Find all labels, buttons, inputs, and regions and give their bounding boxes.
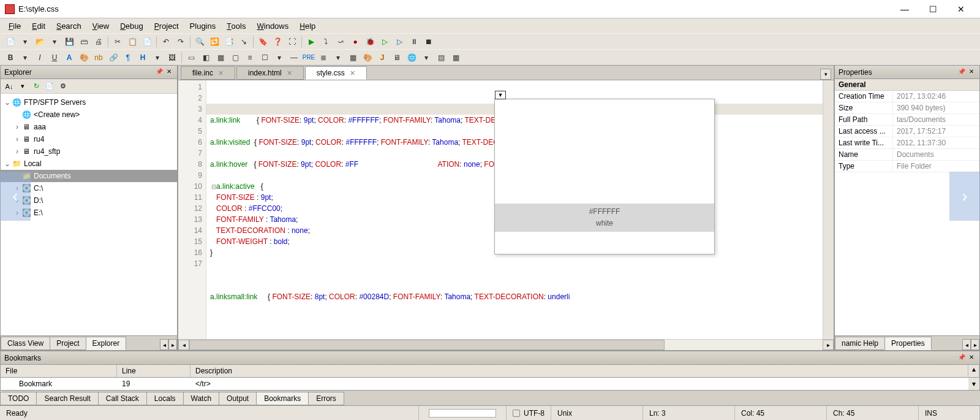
run-icon[interactable]: ▶: [304, 35, 318, 48]
menu-windows[interactable]: Windows: [252, 20, 293, 32]
tab-scroll-right-icon[interactable]: ▸: [168, 339, 177, 350]
align-left-icon[interactable]: ≡: [243, 51, 257, 64]
status-ch[interactable]: Ch: 45: [827, 406, 919, 420]
tree-item-aaa[interactable]: ›🖥aaa: [1, 121, 177, 133]
bottom-tab-output[interactable]: Output: [219, 392, 257, 405]
settings-icon[interactable]: ⚙: [57, 80, 69, 93]
help-icon[interactable]: ❓: [271, 35, 284, 48]
step-into-icon[interactable]: ⤵: [319, 35, 333, 48]
menu-file[interactable]: File: [4, 20, 26, 32]
sort-icon[interactable]: A↓: [3, 80, 15, 93]
color-picker-popup[interactable]: ▼ #FFFFFFwhite: [494, 99, 715, 254]
property-row[interactable]: TypeFile Folder: [835, 161, 979, 172]
menu-project[interactable]: Project: [149, 20, 184, 32]
close-panel-icon[interactable]: ✕: [967, 68, 976, 77]
heading-icon[interactable]: H: [136, 51, 149, 64]
refresh-icon[interactable]: ↻: [30, 80, 42, 93]
menu-search[interactable]: Search: [51, 20, 86, 32]
minimize-button[interactable]: —: [891, 0, 919, 18]
underline-icon[interactable]: U: [48, 51, 61, 64]
tab-list-dropdown-icon[interactable]: ▾: [820, 69, 831, 80]
bookmarks-row[interactable]: Bookmark 19 </tr> ▾: [1, 378, 979, 390]
cut-icon[interactable]: ✂: [111, 35, 124, 48]
copy-icon[interactable]: 📋: [126, 35, 139, 48]
span-icon[interactable]: ◧: [199, 51, 213, 64]
list-icon[interactable]: ≣: [317, 51, 330, 64]
tab-scroll-right-icon[interactable]: ▸: [971, 339, 979, 350]
browser-icon[interactable]: 🌐: [405, 51, 418, 64]
paste-icon[interactable]: 📄: [140, 35, 154, 48]
find-in-files-icon[interactable]: 📑: [222, 35, 236, 48]
tree-item-ru4-sftp[interactable]: ›🖥ru4_sftp: [1, 145, 177, 158]
property-row[interactable]: Full Pathtas/Documents: [835, 114, 979, 126]
status-eol[interactable]: Unix: [551, 406, 643, 420]
scroll-left-icon[interactable]: ◂: [178, 340, 189, 350]
new-dropdown-icon[interactable]: ▾: [18, 35, 32, 48]
pin-icon[interactable]: 📌: [155, 68, 164, 77]
col-line[interactable]: Line: [117, 365, 190, 377]
file-tab-0[interactable]: file.inc✕: [181, 66, 235, 80]
sync-icon[interactable]: 📄: [43, 80, 56, 93]
bookmark-icon[interactable]: 🔖: [256, 35, 270, 48]
carousel-prev-icon[interactable]: ‹: [0, 172, 31, 221]
pin-icon[interactable]: 📌: [957, 354, 966, 362]
bottom-tab-search-result[interactable]: Search Result: [36, 392, 98, 405]
nbsp-icon[interactable]: nb: [92, 51, 105, 64]
open-icon[interactable]: 📂: [33, 35, 47, 48]
list-dropdown-icon[interactable]: ▾: [331, 51, 345, 64]
table-icon[interactable]: ▦: [346, 51, 360, 64]
col-description[interactable]: Description: [190, 365, 968, 377]
browser-dropdown-icon[interactable]: ▾: [420, 51, 433, 64]
pre-icon[interactable]: PRE: [302, 51, 315, 64]
close-panel-icon[interactable]: ✕: [967, 354, 976, 362]
hr-icon[interactable]: —: [287, 51, 301, 64]
status-line[interactable]: Ln: 3: [643, 406, 735, 420]
vertical-scrollbar[interactable]: [823, 80, 834, 339]
fullscreen-icon[interactable]: ⛶: [285, 35, 299, 48]
stop-icon[interactable]: ⏹: [422, 35, 435, 48]
property-row[interactable]: Last access ...2017, 17:52:17: [835, 126, 979, 137]
bottom-tab-locals[interactable]: Locals: [146, 392, 184, 405]
goto-icon[interactable]: ↘: [237, 35, 251, 48]
scroll-down-icon[interactable]: ▾: [968, 378, 979, 390]
font-icon[interactable]: A: [62, 51, 76, 64]
menu-view[interactable]: View: [88, 20, 115, 32]
menu-edit[interactable]: Edit: [27, 20, 50, 32]
file-tab-2[interactable]: style.css✕: [305, 66, 367, 80]
status-col[interactable]: Col: 45: [735, 406, 827, 420]
maximize-button[interactable]: ☐: [919, 0, 947, 18]
tab-close-icon[interactable]: ✕: [287, 69, 292, 77]
carousel-next-icon[interactable]: ›: [949, 172, 980, 221]
div-icon[interactable]: ▭: [184, 51, 198, 64]
col-file[interactable]: File: [1, 365, 117, 377]
bold-icon[interactable]: B: [4, 51, 17, 64]
preview-icon[interactable]: 🖥: [390, 51, 404, 64]
redo-icon[interactable]: ↷: [174, 35, 187, 48]
scroll-track[interactable]: [189, 340, 823, 350]
property-row[interactable]: Creation Time2017, 13:02:46: [835, 91, 979, 102]
filter-dropdown-icon[interactable]: ▾: [17, 80, 29, 93]
save-all-icon[interactable]: 🗃: [77, 35, 91, 48]
menu-help[interactable]: Help: [295, 20, 320, 32]
bottom-tab-errors[interactable]: Errors: [308, 392, 344, 405]
tab-dynamic-help[interactable]: namic Help: [835, 337, 885, 350]
tree-local-root[interactable]: ⌄📁Local: [1, 158, 177, 170]
tab-project[interactable]: Project: [50, 337, 86, 350]
status-encoding[interactable]: UTF-8: [524, 409, 545, 418]
status-ins[interactable]: INS: [919, 406, 980, 420]
bottom-tab-bookmarks[interactable]: Bookmarks: [256, 392, 309, 405]
italic-icon[interactable]: I: [33, 51, 47, 64]
replace-icon[interactable]: 🔁: [208, 35, 221, 48]
menu-tools[interactable]: Tools: [222, 20, 251, 32]
input-icon[interactable]: ▢: [228, 51, 242, 64]
undo-icon[interactable]: ↶: [159, 35, 173, 48]
tab-properties[interactable]: Properties: [884, 337, 932, 350]
scroll-thumb[interactable]: [189, 340, 665, 350]
horizontal-scrollbar[interactable]: ◂ ▸: [178, 339, 834, 350]
continue-icon[interactable]: ▷: [378, 35, 391, 48]
tree-create-new[interactable]: 🌐<Create new>: [1, 109, 177, 121]
close-button[interactable]: ✕: [947, 0, 975, 18]
file-tab-1[interactable]: index.html✕: [236, 66, 304, 80]
menu-plugins[interactable]: Plugins: [185, 20, 221, 32]
dropdown-handle-icon[interactable]: ▼: [495, 91, 506, 99]
